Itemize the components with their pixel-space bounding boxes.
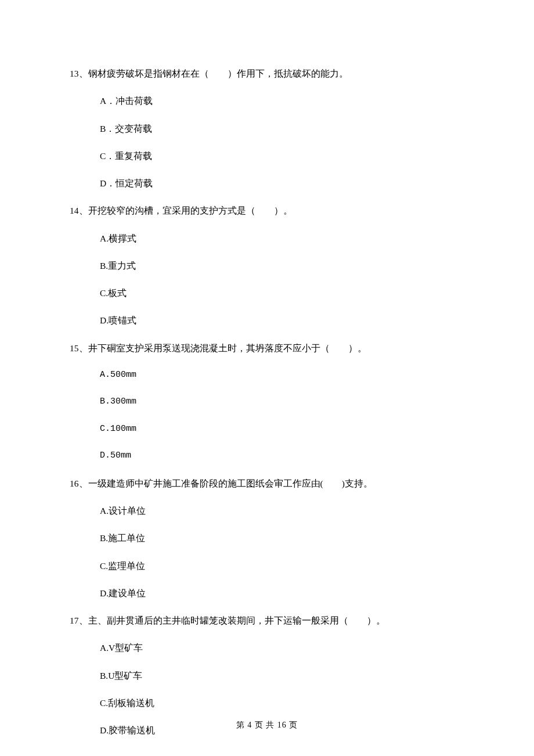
question-15: 15、井下硐室支护采用泵送现浇混凝土时，其坍落度不应小于（ ）。 A.500mm… xyxy=(70,341,464,463)
page-footer: 第 4 页 共 16 页 xyxy=(0,721,534,729)
question-stem: 17、主、副井贯通后的主井临时罐笼改装期间，井下运输一般采用（ ）。 xyxy=(70,614,464,627)
question-number: 14、 xyxy=(70,206,88,215)
option-b: B.重力式 xyxy=(100,259,464,272)
option-d: D．恒定荷载 xyxy=(100,177,464,190)
question-text: 一级建造师中矿井施工准备阶段的施工图纸会审工作应由( )支持。 xyxy=(88,478,373,488)
question-14: 14、开挖较窄的沟槽，宜采用的支护方式是（ ）。 A.横撑式 B.重力式 C.板… xyxy=(70,204,464,327)
option-c: C.100mm xyxy=(100,423,464,436)
question-options: A.500mm B.300mm C.100mm D.50mm xyxy=(70,369,464,463)
option-a: A.设计单位 xyxy=(100,504,464,517)
option-a: A．冲击荷载 xyxy=(100,94,464,107)
question-options: A．冲击荷载 B．交变荷载 C．重复荷载 D．恒定荷载 xyxy=(70,94,464,190)
option-a: A.横撑式 xyxy=(100,232,464,245)
option-b: B.300mm xyxy=(100,395,464,409)
question-number: 15、 xyxy=(70,343,88,353)
question-text: 井下硐室支护采用泵送现浇混凝土时，其坍落度不应小于（ ）。 xyxy=(88,343,367,353)
question-stem: 14、开挖较窄的沟槽，宜采用的支护方式是（ ）。 xyxy=(70,204,464,217)
question-options: A.设计单位 B.施工单位 C.监理单位 D.建设单位 xyxy=(70,504,464,600)
question-number: 13、 xyxy=(70,69,88,78)
question-stem: 15、井下硐室支护采用泵送现浇混凝土时，其坍落度不应小于（ ）。 xyxy=(70,341,464,355)
option-b: B.U型矿车 xyxy=(100,669,464,682)
question-17: 17、主、副井贯通后的主井临时罐笼改装期间，井下运输一般采用（ ）。 A.V型矿… xyxy=(70,614,464,737)
question-options: A.横撑式 B.重力式 C.板式 D.喷锚式 xyxy=(70,232,464,327)
option-c: C．重复荷载 xyxy=(100,149,464,163)
option-d: D.喷锚式 xyxy=(100,314,464,327)
question-number: 17、 xyxy=(70,615,88,625)
question-text: 钢材疲劳破坏是指钢材在在（ ）作用下，抵抗破坏的能力。 xyxy=(88,69,348,78)
question-stem: 16、一级建造师中矿井施工准备阶段的施工图纸会审工作应由( )支持。 xyxy=(70,477,464,490)
option-b: B.施工单位 xyxy=(100,531,464,545)
option-d: D.建设单位 xyxy=(100,586,464,600)
question-text: 开挖较窄的沟槽，宜采用的支护方式是（ ）。 xyxy=(88,206,293,215)
question-13: 13、钢材疲劳破坏是指钢材在在（ ）作用下，抵抗破坏的能力。 A．冲击荷载 B．… xyxy=(70,67,464,190)
question-text: 主、副井贯通后的主井临时罐笼改装期间，井下运输一般采用（ ）。 xyxy=(88,615,385,625)
question-16: 16、一级建造师中矿井施工准备阶段的施工图纸会审工作应由( )支持。 A.设计单… xyxy=(70,477,464,600)
option-c: C.板式 xyxy=(100,286,464,300)
option-a: A.500mm xyxy=(100,369,464,382)
option-d: D.50mm xyxy=(100,449,464,463)
option-c: C.监理单位 xyxy=(100,559,464,573)
question-number: 16、 xyxy=(70,478,88,488)
option-b: B．交变荷载 xyxy=(100,122,464,135)
document-page: 13、钢材疲劳破坏是指钢材在在（ ）作用下，抵抗破坏的能力。 A．冲击荷载 B．… xyxy=(0,0,534,756)
question-stem: 13、钢材疲劳破坏是指钢材在在（ ）作用下，抵抗破坏的能力。 xyxy=(70,67,464,80)
option-a: A.V型矿车 xyxy=(100,641,464,654)
option-c: C.刮板输送机 xyxy=(100,696,464,710)
